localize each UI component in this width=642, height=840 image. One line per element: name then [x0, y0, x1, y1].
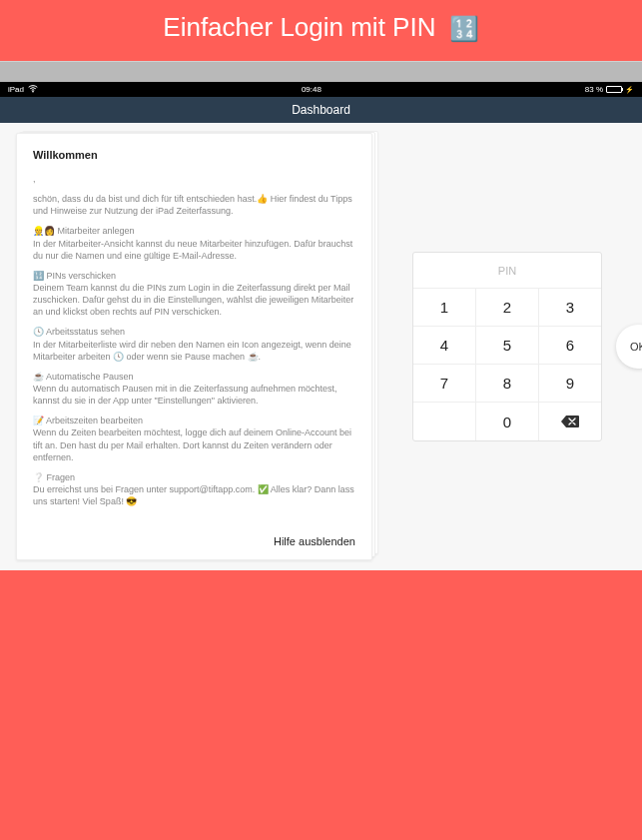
status-bar: iPad 09:48 83 % ⚡	[0, 82, 642, 97]
section1-heading: 👷👩 Mitarbeiter anlegen	[33, 226, 135, 236]
section2-heading: 🔢 PINs verschicken	[33, 271, 116, 281]
key-3[interactable]: 3	[539, 289, 601, 327]
key-7[interactable]: 7	[413, 365, 476, 403]
card-title: Willkommen	[33, 148, 355, 163]
section6-heading: ❔ Fragen	[33, 472, 75, 482]
key-5[interactable]: 5	[476, 327, 539, 365]
pin-keypad: PIN 1 2 3 4 5 6 7 8 9	[412, 252, 602, 441]
pin-input[interactable]: PIN	[413, 253, 601, 289]
key-2[interactable]: 2	[476, 289, 539, 327]
key-4[interactable]: 4	[413, 327, 476, 365]
frame-top-band	[0, 62, 642, 82]
wifi-icon	[28, 85, 38, 95]
key-9[interactable]: 9	[539, 365, 601, 403]
key-empty	[413, 403, 476, 440]
nav-title: Dashboard	[292, 103, 350, 117]
greeting-line: ,	[33, 173, 355, 185]
key-8[interactable]: 8	[476, 365, 539, 403]
key-0[interactable]: 0	[476, 403, 539, 440]
section2-body: Deinem Team kannst du die PINs zum Login…	[33, 283, 353, 317]
section4-body: Wenn du automatisch Pausen mit in die Ze…	[33, 384, 337, 406]
battery-icon	[606, 86, 622, 93]
hero-title: Einfacher Login mit PIN	[163, 12, 435, 42]
key-1[interactable]: 1	[413, 289, 476, 327]
section3-heading: 🕓 Arbeitsstatus sehen	[33, 327, 125, 337]
svg-point-0	[32, 90, 34, 92]
key-backspace[interactable]	[539, 403, 601, 440]
section4-heading: ☕️ Automatische Pausen	[33, 372, 134, 382]
ok-button[interactable]: OK	[616, 325, 642, 369]
nav-bar: Dashboard	[0, 97, 642, 123]
carrier-label: iPad	[8, 85, 24, 94]
section6-body: Du erreichst uns bei Fragen unter suppor…	[33, 484, 354, 506]
pin-pane: PIN 1 2 3 4 5 6 7 8 9	[372, 123, 642, 570]
numbers-emoji-icon: 🔢	[449, 15, 479, 43]
intro-text: schön, dass du da bist und dich für tift…	[33, 193, 355, 217]
charging-icon: ⚡	[625, 86, 634, 94]
welcome-pane: Willkommen , schön, dass du da bist und …	[0, 123, 372, 570]
key-6[interactable]: 6	[539, 327, 601, 365]
section1-body: In der Mitarbeiter-Ansicht kannst du neu…	[33, 239, 352, 261]
bottom-banner	[0, 570, 642, 840]
tablet-frame: iPad 09:48 83 % ⚡ Dashboard Wi	[0, 61, 642, 570]
welcome-card: Willkommen , schön, dass du da bist und …	[16, 133, 372, 560]
section5-body: Wenn du Zeiten bearbeiten möchtest, logg…	[33, 427, 351, 461]
section5-heading: 📝 Arbeitszeiten bearbeiten	[33, 416, 143, 425]
section3-body: In der Mitarbeiterliste wird dir neben d…	[33, 340, 351, 362]
hero-banner: Einfacher Login mit PIN 🔢	[0, 0, 642, 61]
battery-pct: 83 %	[585, 85, 603, 94]
backspace-icon	[561, 416, 579, 427]
clock: 09:48	[38, 85, 585, 94]
hide-help-button[interactable]: Hilfe ausblenden	[33, 530, 355, 549]
